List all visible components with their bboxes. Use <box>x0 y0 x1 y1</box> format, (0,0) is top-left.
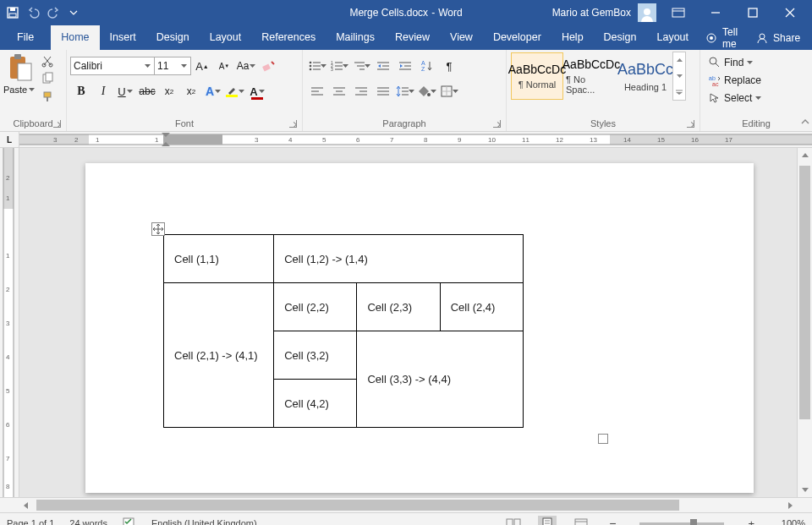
table-cell[interactable]: Cell (2,4) <box>440 283 523 331</box>
font-color-icon[interactable]: A <box>247 81 267 101</box>
numbering-icon[interactable]: 123 <box>329 56 349 76</box>
tab-references[interactable]: References <box>251 25 326 50</box>
shading-icon[interactable] <box>417 81 437 101</box>
tab-developer[interactable]: Developer <box>483 25 551 50</box>
table-cell[interactable]: Cell (2,3) <box>357 283 440 331</box>
language-status[interactable]: English (United Kingdom) <box>151 518 257 525</box>
styles-group-label[interactable]: Styles <box>510 117 696 131</box>
format-painter-icon[interactable] <box>37 89 58 105</box>
bullets-icon[interactable] <box>307 56 327 76</box>
table-cell[interactable]: Cell (1,1) <box>164 235 274 283</box>
web-layout-icon[interactable] <box>572 516 590 525</box>
scroll-up-icon[interactable] <box>798 148 812 162</box>
tab-mailings[interactable]: Mailings <box>326 25 385 50</box>
undo-icon[interactable] <box>27 7 41 19</box>
superscript-icon[interactable]: x2 <box>181 81 201 101</box>
table-cell[interactable]: Cell (3,2) <box>274 331 357 380</box>
style-no-spacing[interactable]: AaBbCcDc ¶ No Spac... <box>565 52 617 100</box>
align-center-icon[interactable] <box>329 81 349 101</box>
bold-icon[interactable]: B <box>71 81 91 101</box>
scroll-thumb-h[interactable] <box>36 500 679 511</box>
tab-layout[interactable]: Layout <box>200 25 252 50</box>
paste-button[interactable]: Paste <box>3 85 35 95</box>
share-button[interactable]: Share <box>749 25 812 50</box>
user-name[interactable]: Mario at GemBox <box>552 7 631 19</box>
tab-table-layout[interactable]: Layout <box>647 25 700 50</box>
font-group-label[interactable]: Font <box>70 117 299 131</box>
zoom-level[interactable]: 100% <box>773 518 805 525</box>
spellcheck-icon[interactable] <box>123 517 136 525</box>
zoom-out-icon[interactable]: − <box>606 517 619 525</box>
read-mode-icon[interactable] <box>504 516 523 525</box>
tab-file[interactable]: File <box>5 25 46 50</box>
scroll-down-icon[interactable] <box>798 483 812 497</box>
line-spacing-icon[interactable] <box>395 81 415 101</box>
tab-review[interactable]: Review <box>385 25 440 50</box>
underline-icon[interactable]: U <box>115 81 135 101</box>
select-button[interactable]: Select <box>709 92 761 104</box>
subscript-icon[interactable]: x2 <box>159 81 179 101</box>
cut-icon[interactable] <box>37 52 58 68</box>
maximize-icon[interactable] <box>738 0 768 25</box>
user-avatar-icon[interactable] <box>638 3 656 22</box>
close-icon[interactable] <box>775 0 805 25</box>
paragraph-group-label[interactable]: Paragraph <box>306 117 502 131</box>
tell-me[interactable]: Tell me <box>699 25 749 50</box>
font-size-combo[interactable]: 11 <box>154 57 191 75</box>
sort-icon[interactable]: AZ <box>417 56 437 76</box>
page-count[interactable]: Page 1 of 1 <box>7 518 54 525</box>
save-icon[interactable] <box>7 7 19 19</box>
horizontal-scrollbar[interactable] <box>0 497 812 512</box>
replace-button[interactable]: abac Replace <box>709 74 761 86</box>
find-button[interactable]: Find <box>709 57 761 68</box>
paste-icon[interactable] <box>7 53 32 85</box>
redo-icon[interactable] <box>49 7 61 19</box>
zoom-slider[interactable] <box>639 522 724 525</box>
strikethrough-icon[interactable]: abc <box>137 81 157 101</box>
zoom-in-icon[interactable]: + <box>744 517 758 526</box>
document-area[interactable]: Cell (1,1) Cell (1,2) -> (1,4) Cell (2,1… <box>19 148 797 497</box>
tab-help[interactable]: Help <box>551 25 594 50</box>
change-case-icon[interactable]: Aa <box>236 56 256 76</box>
tab-home[interactable]: Home <box>51 25 99 50</box>
show-marks-icon[interactable]: ¶ <box>439 56 459 76</box>
ribbon-display-options-icon[interactable] <box>663 0 694 25</box>
table-cell[interactable]: Cell (2,2) <box>274 283 357 331</box>
table-cell[interactable]: Cell (4,2) <box>274 380 357 428</box>
styles-gallery[interactable]: AaBbCcDc ¶ Normal AaBbCcDc ¶ No Spac... … <box>510 52 686 101</box>
increase-indent-icon[interactable] <box>395 56 415 76</box>
table-cell[interactable]: Cell (1,2) -> (1,4) <box>274 235 524 283</box>
tab-stop-selector[interactable]: L <box>0 132 19 147</box>
clipboard-group-label[interactable]: Clipboard <box>3 117 63 131</box>
horizontal-ruler[interactable]: 321 123 456 789 101112 131415 1617 <box>19 132 812 147</box>
table-cell[interactable]: Cell (2,1) -> (4,1) <box>164 283 274 428</box>
scroll-right-icon[interactable] <box>783 498 798 512</box>
copy-icon[interactable] <box>37 70 58 86</box>
vertical-ruler[interactable]: 21 12 34 56 78 <box>0 148 19 497</box>
italic-icon[interactable]: I <box>93 81 113 101</box>
style-heading-1[interactable]: AaBbCc Heading 1 <box>619 52 672 100</box>
word-count[interactable]: 24 words <box>69 518 107 525</box>
document-table[interactable]: Cell (1,1) Cell (1,2) -> (1,4) Cell (2,1… <box>163 234 524 428</box>
qat-customize-icon[interactable] <box>69 10 78 15</box>
highlight-icon[interactable] <box>225 81 245 101</box>
grow-font-icon[interactable]: A▲ <box>192 56 212 76</box>
decrease-indent-icon[interactable] <box>373 56 393 76</box>
borders-icon[interactable] <box>439 81 459 101</box>
tab-insert[interactable]: Insert <box>100 25 146 50</box>
align-right-icon[interactable] <box>351 81 371 101</box>
minimize-icon[interactable] <box>700 0 731 25</box>
scroll-thumb[interactable] <box>799 166 810 419</box>
style-normal[interactable]: AaBbCcDc ¶ Normal <box>511 52 563 100</box>
justify-icon[interactable] <box>373 81 393 101</box>
align-left-icon[interactable] <box>307 81 327 101</box>
shrink-font-icon[interactable]: A▼ <box>214 56 234 76</box>
table-move-handle-icon[interactable] <box>151 222 165 236</box>
multilevel-list-icon[interactable] <box>351 56 371 76</box>
vertical-scrollbar[interactable] <box>797 148 812 497</box>
clear-formatting-icon[interactable] <box>258 56 278 76</box>
tab-table-design[interactable]: Design <box>594 25 647 50</box>
tab-view[interactable]: View <box>440 25 483 50</box>
scroll-left-icon[interactable] <box>19 498 33 512</box>
styles-scroll[interactable] <box>672 52 686 101</box>
